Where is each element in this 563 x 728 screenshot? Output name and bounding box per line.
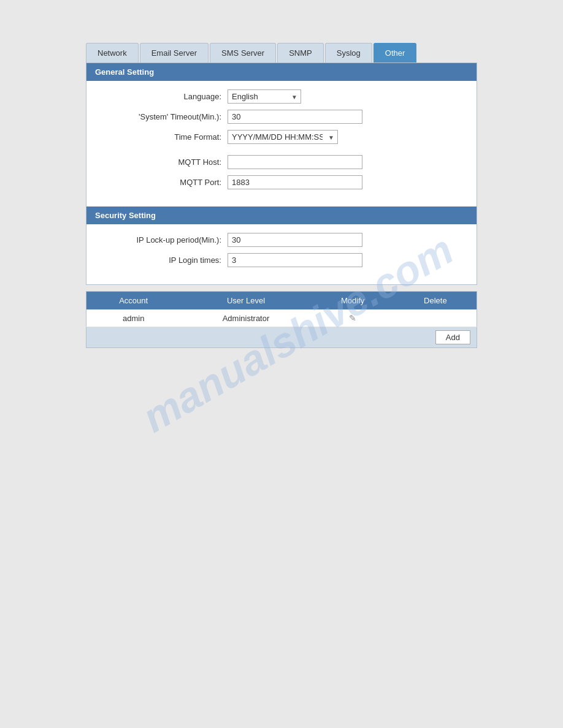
tab-network[interactable]: Network xyxy=(86,43,139,63)
lockup-row: IP Lock-up period(Min.): xyxy=(99,233,464,247)
edit-icon[interactable]: ✎ xyxy=(349,313,356,323)
mqtt-host-input[interactable] xyxy=(228,155,362,169)
login-times-row: IP Login times: xyxy=(99,253,464,267)
time-format-select-wrapper: YYYY/MM/DD HH:MM:SS MM/DD/YYYY HH:MM:SS … xyxy=(228,130,338,144)
language-row: Language: English Chinese xyxy=(99,89,464,104)
general-setting-header: General Setting xyxy=(86,63,477,81)
general-setting-form: Language: English Chinese 'System' Timeo… xyxy=(86,81,477,207)
lockup-input[interactable] xyxy=(228,233,362,247)
tab-email-server[interactable]: Email Server xyxy=(140,43,209,63)
mqtt-port-input[interactable] xyxy=(228,175,362,189)
cell-delete xyxy=(394,309,477,327)
table-row: admin Administrator ✎ xyxy=(86,309,477,327)
tab-bar: Network Email Server SMS Server SNMP Sys… xyxy=(86,43,477,63)
col-modify: Modify xyxy=(312,292,394,310)
timeout-row: 'System' Timeout(Min.): xyxy=(99,110,464,124)
col-user-level: User Level xyxy=(180,292,311,310)
timeout-input[interactable] xyxy=(228,110,362,124)
mqtt-host-label: MQTT Host: xyxy=(99,157,228,167)
login-times-input[interactable] xyxy=(228,253,362,267)
language-label: Language: xyxy=(99,92,228,101)
cell-account: admin xyxy=(86,309,181,327)
time-format-select[interactable]: YYYY/MM/DD HH:MM:SS MM/DD/YYYY HH:MM:SS … xyxy=(228,130,338,144)
login-times-label: IP Login times: xyxy=(99,256,228,265)
table-header-row: Account User Level Modify Delete xyxy=(86,292,477,310)
tab-sms-server[interactable]: SMS Server xyxy=(210,43,276,63)
security-setting-form: IP Lock-up period(Min.): IP Login times: xyxy=(86,224,477,284)
tab-other[interactable]: Other xyxy=(373,43,417,63)
col-account: Account xyxy=(86,292,181,310)
time-format-label: Time Format: xyxy=(99,132,228,142)
language-select[interactable]: English Chinese xyxy=(228,89,301,104)
col-delete: Delete xyxy=(394,292,477,310)
tab-snmp[interactable]: SNMP xyxy=(277,43,324,63)
timeout-label: 'System' Timeout(Min.): xyxy=(99,112,228,121)
cell-user-level: Administrator xyxy=(180,309,311,327)
mqtt-port-row: MQTT Port: xyxy=(99,175,464,189)
add-button[interactable]: Add xyxy=(435,330,470,344)
bottom-area: Account User Level Modify Delete admin A… xyxy=(86,291,477,348)
cell-modify[interactable]: ✎ xyxy=(312,309,394,327)
time-format-row: Time Format: YYYY/MM/DD HH:MM:SS MM/DD/Y… xyxy=(99,130,464,144)
tab-syslog[interactable]: Syslog xyxy=(325,43,372,63)
mqtt-port-label: MQTT Port: xyxy=(99,178,228,187)
language-select-wrapper: English Chinese xyxy=(228,89,301,104)
lockup-label: IP Lock-up period(Min.): xyxy=(99,235,228,245)
accounts-table: Account User Level Modify Delete admin A… xyxy=(86,291,477,327)
content-area: General Setting Language: English Chines… xyxy=(86,63,477,285)
table-footer: Add xyxy=(86,327,477,348)
mqtt-host-row: MQTT Host: xyxy=(99,155,464,169)
security-setting-header: Security Setting xyxy=(86,207,477,224)
